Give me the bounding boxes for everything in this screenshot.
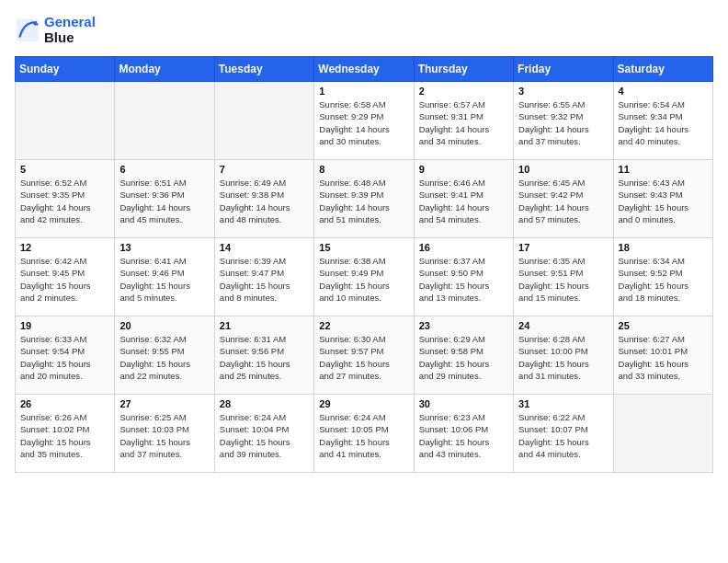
day-number: 13 — [119, 242, 209, 253]
calendar-week-row: 26Sunrise: 6:26 AMSunset: 10:02 PMDaylig… — [16, 395, 713, 473]
day-number: 10 — [518, 164, 608, 175]
calendar-cell: 10Sunrise: 6:45 AMSunset: 9:42 PMDayligh… — [514, 160, 613, 238]
calendar-cell: 17Sunrise: 6:35 AMSunset: 9:51 PMDayligh… — [514, 238, 613, 316]
calendar-cell: 31Sunrise: 6:22 AMSunset: 10:07 PMDaylig… — [514, 395, 613, 473]
day-info: Sunrise: 6:24 AMSunset: 10:05 PMDaylight… — [319, 411, 408, 460]
calendar-cell: 1Sunrise: 6:58 AMSunset: 9:29 PMDaylight… — [314, 82, 414, 160]
day-info: Sunrise: 6:51 AMSunset: 9:36 PMDaylight:… — [119, 177, 209, 225]
logo-text: General Blue — [44, 15, 96, 45]
calendar-cell: 3Sunrise: 6:55 AMSunset: 9:32 PMDaylight… — [514, 82, 613, 160]
calendar-week-row: 12Sunrise: 6:42 AMSunset: 9:45 PMDayligh… — [16, 238, 713, 316]
day-number: 7 — [220, 164, 309, 175]
calendar-cell: 19Sunrise: 6:33 AMSunset: 9:54 PMDayligh… — [16, 316, 115, 395]
day-info: Sunrise: 6:49 AMSunset: 9:38 PMDaylight:… — [220, 177, 309, 225]
day-number: 3 — [518, 86, 608, 97]
day-info: Sunrise: 6:45 AMSunset: 9:42 PMDaylight:… — [518, 177, 608, 225]
day-info: Sunrise: 6:31 AMSunset: 9:56 PMDaylight:… — [220, 333, 309, 382]
day-number: 29 — [319, 398, 408, 409]
day-info: Sunrise: 6:38 AMSunset: 9:49 PMDaylight:… — [319, 255, 408, 304]
calendar-week-row: 1Sunrise: 6:58 AMSunset: 9:29 PMDaylight… — [16, 82, 713, 160]
calendar-cell: 18Sunrise: 6:34 AMSunset: 9:52 PMDayligh… — [613, 238, 712, 316]
logo: General Blue — [15, 15, 96, 45]
day-info: Sunrise: 6:24 AMSunset: 10:04 PMDaylight… — [220, 411, 309, 460]
weekday-header: Sunday — [16, 57, 115, 82]
day-info: Sunrise: 6:54 AMSunset: 9:34 PMDaylight:… — [619, 98, 708, 147]
weekday-header: Friday — [514, 57, 613, 82]
day-number: 17 — [518, 242, 608, 253]
day-info: Sunrise: 6:29 AMSunset: 9:58 PMDaylight:… — [419, 333, 508, 382]
calendar-cell: 28Sunrise: 6:24 AMSunset: 10:04 PMDaylig… — [214, 395, 313, 473]
calendar-cell: 26Sunrise: 6:26 AMSunset: 10:02 PMDaylig… — [16, 395, 115, 473]
day-number: 24 — [518, 320, 608, 331]
calendar-cell: 13Sunrise: 6:41 AMSunset: 9:46 PMDayligh… — [115, 238, 214, 316]
day-number: 22 — [319, 320, 408, 331]
weekday-header: Thursday — [414, 57, 513, 82]
day-number: 26 — [20, 398, 109, 409]
day-number: 30 — [419, 398, 508, 409]
calendar-cell: 30Sunrise: 6:23 AMSunset: 10:06 PMDaylig… — [414, 395, 513, 473]
calendar-cell: 16Sunrise: 6:37 AMSunset: 9:50 PMDayligh… — [414, 238, 513, 316]
day-info: Sunrise: 6:42 AMSunset: 9:45 PMDaylight:… — [20, 255, 109, 304]
day-info: Sunrise: 6:32 AMSunset: 9:55 PMDaylight:… — [119, 333, 209, 382]
weekday-header: Tuesday — [214, 57, 313, 82]
day-info: Sunrise: 6:39 AMSunset: 9:47 PMDaylight:… — [220, 255, 309, 304]
day-number: 12 — [20, 242, 109, 253]
calendar-week-row: 19Sunrise: 6:33 AMSunset: 9:54 PMDayligh… — [16, 316, 713, 395]
calendar-cell: 7Sunrise: 6:49 AMSunset: 9:38 PMDaylight… — [214, 160, 313, 238]
day-number: 11 — [619, 164, 708, 175]
day-number: 15 — [319, 242, 408, 253]
day-number: 18 — [619, 242, 708, 253]
calendar-cell: 9Sunrise: 6:46 AMSunset: 9:41 PMDaylight… — [414, 160, 513, 238]
day-info: Sunrise: 6:26 AMSunset: 10:02 PMDaylight… — [20, 411, 109, 460]
day-info: Sunrise: 6:43 AMSunset: 9:43 PMDaylight:… — [619, 177, 708, 225]
day-number: 2 — [419, 86, 508, 97]
weekday-header: Wednesday — [314, 57, 414, 82]
day-number: 1 — [319, 86, 408, 97]
day-info: Sunrise: 6:48 AMSunset: 9:39 PMDaylight:… — [319, 177, 408, 225]
day-info: Sunrise: 6:33 AMSunset: 9:54 PMDaylight:… — [20, 333, 109, 382]
day-info: Sunrise: 6:52 AMSunset: 9:35 PMDaylight:… — [20, 177, 109, 225]
day-info: Sunrise: 6:27 AMSunset: 10:01 PMDaylight… — [619, 333, 708, 382]
weekday-header: Saturday — [613, 57, 712, 82]
day-info: Sunrise: 6:57 AMSunset: 9:31 PMDaylight:… — [419, 98, 508, 147]
day-info: Sunrise: 6:28 AMSunset: 10:00 PMDaylight… — [518, 333, 608, 382]
day-number: 14 — [220, 242, 309, 253]
day-number: 20 — [119, 320, 209, 331]
calendar-cell: 6Sunrise: 6:51 AMSunset: 9:36 PMDaylight… — [115, 160, 214, 238]
calendar-cell — [115, 82, 214, 160]
calendar-table: SundayMondayTuesdayWednesdayThursdayFrid… — [15, 56, 713, 473]
day-info: Sunrise: 6:30 AMSunset: 9:57 PMDaylight:… — [319, 333, 408, 382]
day-number: 31 — [518, 398, 608, 409]
day-number: 8 — [319, 164, 408, 175]
day-number: 9 — [419, 164, 508, 175]
logo-icon — [15, 17, 40, 43]
weekday-header: Monday — [115, 57, 214, 82]
calendar-cell: 20Sunrise: 6:32 AMSunset: 9:55 PMDayligh… — [115, 316, 214, 395]
calendar-cell: 2Sunrise: 6:57 AMSunset: 9:31 PMDaylight… — [414, 82, 513, 160]
calendar-cell: 15Sunrise: 6:38 AMSunset: 9:49 PMDayligh… — [314, 238, 414, 316]
day-number: 25 — [619, 320, 708, 331]
calendar-cell: 24Sunrise: 6:28 AMSunset: 10:00 PMDaylig… — [514, 316, 613, 395]
calendar-cell: 27Sunrise: 6:25 AMSunset: 10:03 PMDaylig… — [115, 395, 214, 473]
day-info: Sunrise: 6:55 AMSunset: 9:32 PMDaylight:… — [518, 98, 608, 147]
calendar-cell: 29Sunrise: 6:24 AMSunset: 10:05 PMDaylig… — [314, 395, 414, 473]
calendar-cell: 5Sunrise: 6:52 AMSunset: 9:35 PMDaylight… — [16, 160, 115, 238]
day-number: 6 — [119, 164, 209, 175]
calendar-cell: 22Sunrise: 6:30 AMSunset: 9:57 PMDayligh… — [314, 316, 414, 395]
day-number: 5 — [20, 164, 109, 175]
day-info: Sunrise: 6:58 AMSunset: 9:29 PMDaylight:… — [319, 98, 408, 147]
calendar-cell — [613, 395, 712, 473]
day-number: 23 — [419, 320, 508, 331]
calendar-cell: 8Sunrise: 6:48 AMSunset: 9:39 PMDaylight… — [314, 160, 414, 238]
calendar-cell: 23Sunrise: 6:29 AMSunset: 9:58 PMDayligh… — [414, 316, 513, 395]
day-info: Sunrise: 6:25 AMSunset: 10:03 PMDaylight… — [119, 411, 209, 460]
day-info: Sunrise: 6:34 AMSunset: 9:52 PMDaylight:… — [619, 255, 708, 304]
calendar-cell: 4Sunrise: 6:54 AMSunset: 9:34 PMDaylight… — [613, 82, 712, 160]
day-number: 19 — [20, 320, 109, 331]
day-info: Sunrise: 6:46 AMSunset: 9:41 PMDaylight:… — [419, 177, 508, 225]
day-info: Sunrise: 6:41 AMSunset: 9:46 PMDaylight:… — [119, 255, 209, 304]
page-header: General Blue — [15, 15, 713, 45]
calendar-cell — [16, 82, 115, 160]
calendar-cell: 12Sunrise: 6:42 AMSunset: 9:45 PMDayligh… — [16, 238, 115, 316]
calendar-cell: 25Sunrise: 6:27 AMSunset: 10:01 PMDaylig… — [613, 316, 712, 395]
